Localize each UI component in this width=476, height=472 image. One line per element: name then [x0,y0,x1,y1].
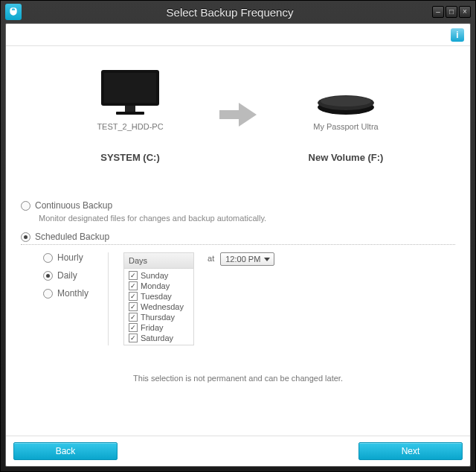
day-wednesday[interactable]: Wednesday [124,302,193,312]
separator [108,252,109,345]
hourly-radio[interactable] [43,253,53,263]
target-name: My Passport Ultra [271,122,420,131]
monitor-icon [56,68,205,118]
titlebar: Select Backup Frequency – □ × [1,1,475,23]
freq-monthly[interactable]: Monthly [43,288,89,299]
next-button[interactable]: Next [358,442,463,460]
source-name: TEST_2_HDD-PC [56,122,205,131]
minimize-button[interactable]: – [432,6,444,18]
continuous-label: Continuous Backup [35,200,112,211]
continuous-radio[interactable] [21,201,30,211]
chk-thursday[interactable] [129,313,138,322]
days-selector: Days Sunday Monday Tuesday Wednesday Thu… [123,252,194,345]
window-controls: – □ × [432,6,471,18]
svg-rect-1 [104,73,156,103]
monthly-radio[interactable] [43,289,53,299]
app-icon [5,4,22,20]
scheduled-radio[interactable] [21,232,30,242]
content-panel: i TEST_2_HDD-PC SYSTEM (C:) [5,23,471,467]
source-device: TEST_2_HDD-PC SYSTEM (C:) [56,68,205,163]
chk-tuesday[interactable] [129,292,138,301]
close-button[interactable]: × [459,6,471,18]
top-toolbar: i [6,24,470,46]
chk-wednesday[interactable] [129,302,138,311]
time-dropdown[interactable]: 12:00 PM [220,252,274,266]
daily-radio[interactable] [43,271,53,281]
day-friday[interactable]: Friday [124,322,193,333]
app-window: Select Backup Frequency – □ × i TEST [0,0,476,472]
day-saturday[interactable]: Saturday [124,333,193,343]
info-icon[interactable]: i [451,28,464,42]
schedule-settings: Hourly Daily Monthly Days Sunday [21,252,455,345]
target-drive: New Volume (F:) [271,152,420,163]
freq-hourly[interactable]: Hourly [43,252,89,263]
time-column: at 12:00 PM [208,252,274,345]
continuous-backup-option[interactable]: Continuous Backup [21,200,455,211]
day-monday[interactable]: Monday [124,281,193,291]
svg-rect-3 [116,112,144,115]
time-value: 12:00 PM [225,255,260,264]
days-list: Sunday Monday Tuesday Wednesday Thursday… [124,269,193,345]
at-label: at [208,252,214,263]
chk-sunday[interactable] [129,271,138,280]
day-thursday[interactable]: Thursday [124,312,193,322]
device-row: TEST_2_HDD-PC SYSTEM (C:) My Passport Ul… [6,46,470,170]
footer-note: This selection is not permanent and can … [21,374,455,383]
chk-friday[interactable] [129,323,138,332]
scheduled-backup-option[interactable]: Scheduled Backup [21,232,455,245]
scheduled-label: Scheduled Backup [35,232,109,242]
back-button[interactable]: Back [13,442,118,460]
svg-point-6 [321,96,371,106]
arrow-right-icon [219,101,257,130]
continuous-desc: Monitor designated files for changes and… [39,214,455,223]
backup-options: Continuous Backup Monitor designated fil… [6,170,470,383]
bottom-bar: Back Next [6,436,470,466]
external-drive-icon [271,68,420,118]
day-tuesday[interactable]: Tuesday [124,291,193,302]
days-header: Days [124,253,193,269]
day-sunday[interactable]: Sunday [124,270,193,281]
window-title: Select Backup Frequency [28,6,432,19]
chk-saturday[interactable] [129,334,138,342]
target-device: My Passport Ultra New Volume (F:) [271,68,420,163]
svg-rect-2 [125,106,135,112]
freq-daily[interactable]: Daily [43,270,89,281]
source-drive: SYSTEM (C:) [56,152,205,163]
chk-monday[interactable] [129,281,138,290]
frequency-column: Hourly Daily Monthly [43,252,89,345]
maximize-button[interactable]: □ [446,6,457,18]
